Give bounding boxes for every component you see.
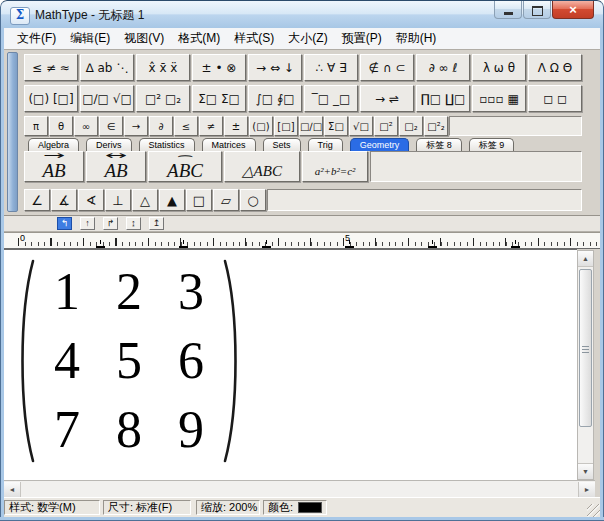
- palette-bar-templates[interactable]: ‾□ _□: [304, 85, 358, 112]
- quick-theta-button[interactable]: θ: [49, 116, 73, 136]
- quick-partial-button[interactable]: ∂: [149, 116, 173, 136]
- quick-subscript-button[interactable]: □₂: [399, 116, 423, 136]
- quick-arrow-button[interactable]: →: [124, 116, 148, 136]
- tab-label8[interactable]: 标签 8: [416, 138, 462, 151]
- measured-angle-button[interactable]: ∡: [51, 189, 77, 211]
- scroll-up-icon[interactable]: ▲: [578, 251, 593, 267]
- equation-canvas[interactable]: 1 2 3 4 5 6 7 8 9: [4, 249, 577, 480]
- triangle-outline-button[interactable]: △: [132, 189, 158, 211]
- scroll-down-icon[interactable]: ▼: [578, 463, 593, 479]
- palette-summation-templates[interactable]: Σ□ Σ□: [192, 85, 246, 112]
- quick-brackets-button[interactable]: [□]: [274, 116, 298, 136]
- vertical-scrollbar[interactable]: ▲ ▼: [577, 250, 594, 480]
- palette-spaces-ellipses[interactable]: ∆ ab ⋱: [80, 54, 134, 81]
- toolbar-grip-handle[interactable]: [7, 52, 18, 212]
- perpendicular-button[interactable]: ⊥: [105, 189, 131, 211]
- palette-fence-templates[interactable]: (□) [□]: [24, 85, 78, 112]
- tab-geometry[interactable]: Geometry: [350, 138, 410, 151]
- quick-fraction-button[interactable]: □∕□: [299, 116, 323, 136]
- tab-label9[interactable]: 标签 9: [469, 138, 515, 151]
- tab-trig[interactable]: Trig: [308, 138, 343, 151]
- tab-algebra[interactable]: Algebra: [28, 138, 79, 151]
- palette-greek-uppercase[interactable]: Λ Ω Θ: [528, 54, 582, 81]
- line-ab-label: AB: [104, 161, 127, 181]
- line-ab-button[interactable]: ↔ AB: [86, 151, 146, 182]
- quick-parentheses-button[interactable]: (□): [249, 116, 273, 136]
- minimize-button[interactable]: [494, 1, 522, 19]
- palette-logic-symbols[interactable]: ∴ ∀ ∃: [304, 54, 358, 81]
- quick-summation-button[interactable]: Σ□: [324, 116, 348, 136]
- menu-style[interactable]: 样式(S): [227, 28, 281, 49]
- titlebar[interactable]: Σ MathType - 无标题 1 ×: [0, 0, 604, 29]
- default-tab-mark[interactable]: [345, 240, 354, 248]
- palette-set-theory-symbols[interactable]: ∉ ∩ ⊂: [360, 54, 414, 81]
- palette-matrix-templates[interactable]: ▫▫▫ ▦: [472, 85, 526, 112]
- default-tab-mark[interactable]: [428, 240, 437, 248]
- tab-stop-relational-button[interactable]: ↨: [126, 217, 141, 230]
- right-parenthesis: [222, 257, 244, 465]
- tab-statistics[interactable]: Statistics: [139, 138, 195, 151]
- menu-preferences[interactable]: 预置(P): [335, 28, 389, 49]
- arc-abc-button[interactable]: ⌢ ABC: [148, 151, 222, 182]
- circle-button[interactable]: ○: [240, 189, 266, 211]
- triangle-abc-button[interactable]: △ABC: [224, 151, 300, 182]
- vector-ab-button[interactable]: → AB: [24, 151, 84, 182]
- maximize-icon: [532, 6, 543, 16]
- horizontal-scrollbar[interactable]: ◄ ►: [4, 480, 595, 497]
- menu-file[interactable]: 文件(F): [10, 28, 63, 49]
- default-tab-mark[interactable]: [511, 240, 520, 248]
- palette-operator-symbols[interactable]: ± • ⊗: [192, 54, 246, 81]
- square-button[interactable]: □: [186, 189, 212, 211]
- menu-view[interactable]: 视图(V): [117, 28, 171, 49]
- tab-stop-right-button[interactable]: ↱: [103, 217, 118, 230]
- pythagorean-button[interactable]: a²+b²=c²: [302, 151, 368, 182]
- quick-radical-button[interactable]: √□: [349, 116, 373, 136]
- scroll-left-icon[interactable]: ◄: [4, 482, 21, 497]
- quick-plusminus-button[interactable]: ±: [224, 116, 248, 136]
- tab-stop-center-button[interactable]: ↑: [80, 217, 95, 230]
- palette-product-templates[interactable]: ∏□ ∐□: [416, 85, 470, 112]
- quick-element-of-button[interactable]: ∈: [99, 116, 123, 136]
- tab-sets[interactable]: Sets: [263, 138, 301, 151]
- palette-greek-lowercase[interactable]: λ ω θ: [472, 54, 526, 81]
- scroll-right-icon[interactable]: ►: [578, 482, 595, 497]
- palette-integral-templates[interactable]: ∫□ ∮□: [248, 85, 302, 112]
- angle-button[interactable]: ∠: [24, 189, 50, 211]
- menu-format[interactable]: 格式(M): [171, 28, 227, 49]
- default-tab-mark[interactable]: [262, 240, 271, 248]
- tab-stop-decimal-button[interactable]: ↥: [149, 217, 164, 230]
- parallelogram-button[interactable]: ▱: [213, 189, 239, 211]
- menu-help[interactable]: 帮助(H): [389, 28, 444, 49]
- quick-subsuperscript-button[interactable]: □²₂: [424, 116, 448, 136]
- resize-grip[interactable]: [587, 504, 600, 517]
- tab-stop-left-button[interactable]: ↰: [57, 217, 72, 230]
- default-tab-mark[interactable]: [179, 240, 188, 248]
- palette-misc-symbols[interactable]: ∂ ∞ ℓ: [416, 54, 470, 81]
- quick-infinity-button[interactable]: ∞: [74, 116, 98, 136]
- palette-subscript-superscript-templates[interactable]: □² □₂: [136, 85, 190, 112]
- spherical-angle-button[interactable]: ∢: [78, 189, 104, 211]
- quick-leq-button[interactable]: ≤: [174, 116, 198, 136]
- quick-pi-button[interactable]: π: [24, 116, 48, 136]
- menu-size[interactable]: 大小(Z): [281, 28, 334, 49]
- matrix-cell: 8: [98, 395, 160, 464]
- quick-neq-button[interactable]: ≠: [199, 116, 223, 136]
- tab-derivs[interactable]: Derivs: [86, 138, 132, 151]
- triangle-filled-button[interactable]: ▲: [159, 189, 185, 211]
- palette-arrow-symbols[interactable]: → ⇔ ↓: [248, 54, 302, 81]
- geometry-symbol-row: ∠ ∡ ∢ ⊥ △ ▲ □ ▱ ○: [24, 189, 582, 211]
- menu-edit[interactable]: 编辑(E): [63, 28, 117, 49]
- palette-labeled-arrow-templates[interactable]: → ⇌: [360, 85, 414, 112]
- palette-embellishments[interactable]: x̂ x̄ ẍ: [136, 54, 190, 81]
- palette-box-templates[interactable]: ◻ ◻: [528, 85, 582, 112]
- default-tab-mark[interactable]: [96, 240, 105, 248]
- vertical-scrollbar-thumb[interactable]: [579, 269, 592, 427]
- ruler[interactable]: 0 5: [4, 232, 600, 249]
- matrix-cell: 4: [36, 326, 98, 395]
- palette-fraction-radical-templates[interactable]: □∕□ √□: [80, 85, 134, 112]
- palette-relational-symbols[interactable]: ≤ ≠ ≈: [24, 54, 78, 81]
- close-button[interactable]: ×: [552, 1, 594, 19]
- tab-matrices[interactable]: Matrices: [202, 138, 256, 151]
- quick-superscript-button[interactable]: □²: [374, 116, 398, 136]
- maximize-button[interactable]: [523, 1, 551, 19]
